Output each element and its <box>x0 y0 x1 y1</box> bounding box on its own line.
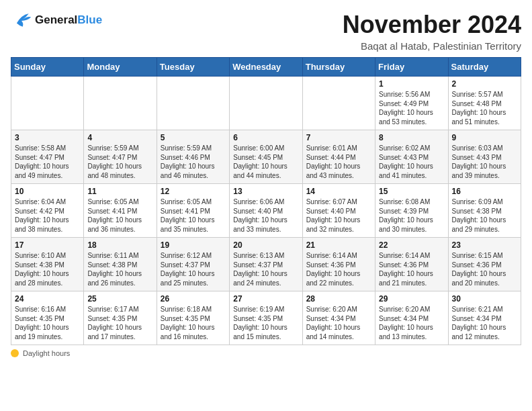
day-info: Sunrise: 6:11 AM Sunset: 4:38 PM Dayligh… <box>87 251 152 287</box>
calendar-cell: 27Sunrise: 6:19 AM Sunset: 4:35 PM Dayli… <box>230 291 302 345</box>
day-number: 20 <box>233 240 298 250</box>
day-info: Sunrise: 6:16 AM Sunset: 4:35 PM Dayligh… <box>15 305 80 341</box>
day-info: Sunrise: 6:05 AM Sunset: 4:41 PM Dayligh… <box>87 197 152 234</box>
calendar-cell: 20Sunrise: 6:13 AM Sunset: 4:37 PM Dayli… <box>230 238 302 291</box>
calendar-cell: 24Sunrise: 6:16 AM Sunset: 4:35 PM Dayli… <box>11 291 84 345</box>
day-number: 21 <box>306 240 371 250</box>
day-info: Sunrise: 6:21 AM Sunset: 4:34 PM Dayligh… <box>452 305 517 341</box>
day-number: 26 <box>161 294 226 304</box>
day-info: Sunrise: 6:20 AM Sunset: 4:34 PM Dayligh… <box>306 305 371 341</box>
day-info: Sunrise: 6:12 AM Sunset: 4:37 PM Dayligh… <box>161 251 226 287</box>
day-info: Sunrise: 6:19 AM Sunset: 4:35 PM Dayligh… <box>233 305 298 341</box>
day-info: Sunrise: 6:04 AM Sunset: 4:42 PM Dayligh… <box>15 197 80 234</box>
calendar-cell: 25Sunrise: 6:17 AM Sunset: 4:35 PM Dayli… <box>84 291 157 345</box>
day-info: Sunrise: 6:06 AM Sunset: 4:40 PM Dayligh… <box>233 197 298 234</box>
calendar-cell: 22Sunrise: 6:14 AM Sunset: 4:36 PM Dayli… <box>375 238 448 291</box>
calendar-cell: 13Sunrise: 6:06 AM Sunset: 4:40 PM Dayli… <box>230 184 302 238</box>
calendar-cell <box>157 77 229 130</box>
col-header-wednesday: Wednesday <box>230 58 302 77</box>
calendar-cell: 8Sunrise: 6:02 AM Sunset: 4:43 PM Daylig… <box>375 130 448 184</box>
day-number: 16 <box>452 187 517 196</box>
day-number: 2 <box>452 79 517 89</box>
day-info: Sunrise: 6:10 AM Sunset: 4:38 PM Dayligh… <box>15 251 80 287</box>
month-title: November 2024 <box>343 11 521 39</box>
calendar-cell <box>302 77 375 130</box>
calendar-cell: 11Sunrise: 6:05 AM Sunset: 4:41 PM Dayli… <box>84 184 157 238</box>
day-info: Sunrise: 5:59 AM Sunset: 4:46 PM Dayligh… <box>161 144 226 180</box>
day-number: 12 <box>161 187 226 196</box>
day-number: 10 <box>15 187 80 196</box>
col-header-monday: Monday <box>84 58 157 77</box>
col-header-friday: Friday <box>375 58 448 77</box>
calendar-header-row: SundayMondayTuesdayWednesdayThursdayFrid… <box>11 58 521 77</box>
day-info: Sunrise: 6:20 AM Sunset: 4:34 PM Dayligh… <box>379 305 444 341</box>
calendar-table: SundayMondayTuesdayWednesdayThursdayFrid… <box>11 57 521 345</box>
calendar-cell: 9Sunrise: 6:03 AM Sunset: 4:43 PM Daylig… <box>448 130 521 184</box>
logo: GeneralBlue <box>11 11 102 30</box>
col-header-thursday: Thursday <box>302 58 375 77</box>
calendar-week-row: 1Sunrise: 5:56 AM Sunset: 4:49 PM Daylig… <box>11 77 521 130</box>
day-info: Sunrise: 6:05 AM Sunset: 4:41 PM Dayligh… <box>161 197 226 234</box>
day-number: 23 <box>452 240 517 250</box>
calendar-cell: 17Sunrise: 6:10 AM Sunset: 4:38 PM Dayli… <box>11 238 84 291</box>
calendar-cell <box>84 77 157 130</box>
day-number: 28 <box>306 294 371 304</box>
calendar-cell <box>11 77 84 130</box>
day-number: 15 <box>379 187 444 196</box>
calendar-cell: 30Sunrise: 6:21 AM Sunset: 4:34 PM Dayli… <box>448 291 521 345</box>
day-info: Sunrise: 5:57 AM Sunset: 4:48 PM Dayligh… <box>452 90 517 126</box>
day-number: 19 <box>161 240 226 250</box>
day-number: 6 <box>233 133 298 142</box>
calendar-cell: 15Sunrise: 6:08 AM Sunset: 4:39 PM Dayli… <box>375 184 448 238</box>
day-number: 22 <box>379 240 444 250</box>
day-info: Sunrise: 6:02 AM Sunset: 4:43 PM Dayligh… <box>379 144 444 180</box>
day-info: Sunrise: 6:17 AM Sunset: 4:35 PM Dayligh… <box>87 305 152 341</box>
location-subtitle: Baqat al Hatab, Palestinian Territory <box>343 40 521 52</box>
day-number: 25 <box>87 294 152 304</box>
calendar-cell: 18Sunrise: 6:11 AM Sunset: 4:38 PM Dayli… <box>84 238 157 291</box>
col-header-sunday: Sunday <box>11 58 84 77</box>
day-info: Sunrise: 6:18 AM Sunset: 4:35 PM Dayligh… <box>161 305 226 341</box>
calendar-cell: 3Sunrise: 5:58 AM Sunset: 4:47 PM Daylig… <box>11 130 84 184</box>
day-number: 13 <box>233 187 298 196</box>
calendar-cell: 19Sunrise: 6:12 AM Sunset: 4:37 PM Dayli… <box>157 238 229 291</box>
day-info: Sunrise: 6:01 AM Sunset: 4:44 PM Dayligh… <box>306 144 371 180</box>
day-info: Sunrise: 5:56 AM Sunset: 4:49 PM Dayligh… <box>379 90 444 126</box>
calendar-cell: 6Sunrise: 6:00 AM Sunset: 4:45 PM Daylig… <box>230 130 302 184</box>
day-number: 11 <box>87 187 152 196</box>
footer-label: Daylight hours <box>23 349 70 357</box>
calendar-cell: 23Sunrise: 6:15 AM Sunset: 4:36 PM Dayli… <box>448 238 521 291</box>
day-number: 3 <box>15 133 80 142</box>
day-info: Sunrise: 6:03 AM Sunset: 4:43 PM Dayligh… <box>452 144 517 180</box>
col-header-tuesday: Tuesday <box>157 58 229 77</box>
day-number: 27 <box>233 294 298 304</box>
title-section: November 2024 Baqat al Hatab, Palestinia… <box>343 11 521 52</box>
day-number: 8 <box>379 133 444 142</box>
calendar-cell: 4Sunrise: 5:59 AM Sunset: 4:47 PM Daylig… <box>84 130 157 184</box>
day-info: Sunrise: 6:00 AM Sunset: 4:45 PM Dayligh… <box>233 144 298 180</box>
calendar-week-row: 10Sunrise: 6:04 AM Sunset: 4:42 PM Dayli… <box>11 184 521 238</box>
day-number: 7 <box>306 133 371 142</box>
calendar-cell: 16Sunrise: 6:09 AM Sunset: 4:38 PM Dayli… <box>448 184 521 238</box>
calendar-cell: 1Sunrise: 5:56 AM Sunset: 4:49 PM Daylig… <box>375 77 448 130</box>
calendar-cell: 7Sunrise: 6:01 AM Sunset: 4:44 PM Daylig… <box>302 130 375 184</box>
day-info: Sunrise: 6:07 AM Sunset: 4:40 PM Dayligh… <box>306 197 371 234</box>
calendar-week-row: 24Sunrise: 6:16 AM Sunset: 4:35 PM Dayli… <box>11 291 521 345</box>
calendar-cell: 21Sunrise: 6:14 AM Sunset: 4:36 PM Dayli… <box>302 238 375 291</box>
calendar-cell: 29Sunrise: 6:20 AM Sunset: 4:34 PM Dayli… <box>375 291 448 345</box>
daylight-icon <box>11 349 19 357</box>
col-header-saturday: Saturday <box>448 58 521 77</box>
day-info: Sunrise: 6:08 AM Sunset: 4:39 PM Dayligh… <box>379 197 444 234</box>
day-info: Sunrise: 6:15 AM Sunset: 4:36 PM Dayligh… <box>452 251 517 287</box>
day-info: Sunrise: 5:59 AM Sunset: 4:47 PM Dayligh… <box>87 144 152 180</box>
calendar-week-row: 17Sunrise: 6:10 AM Sunset: 4:38 PM Dayli… <box>11 238 521 291</box>
page-header: GeneralBlue November 2024 Baqat al Hatab… <box>11 11 521 52</box>
calendar-cell: 28Sunrise: 6:20 AM Sunset: 4:34 PM Dayli… <box>302 291 375 345</box>
day-number: 14 <box>306 187 371 196</box>
day-info: Sunrise: 6:13 AM Sunset: 4:37 PM Dayligh… <box>233 251 298 287</box>
calendar-cell: 14Sunrise: 6:07 AM Sunset: 4:40 PM Dayli… <box>302 184 375 238</box>
logo-text: GeneralBlue <box>35 13 102 27</box>
calendar-cell <box>230 77 302 130</box>
calendar-footer: Daylight hours <box>11 349 521 357</box>
day-info: Sunrise: 6:14 AM Sunset: 4:36 PM Dayligh… <box>379 251 444 287</box>
